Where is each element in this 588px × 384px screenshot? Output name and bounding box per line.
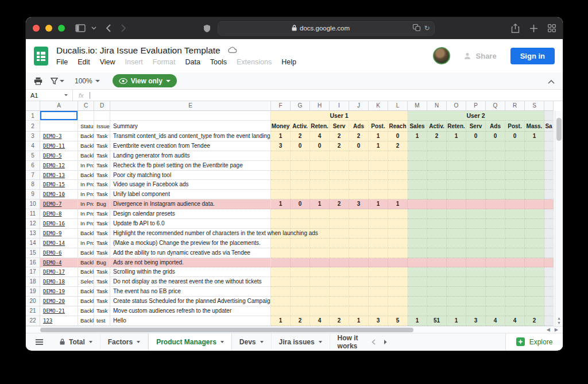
filter-icon[interactable] [51,78,64,85]
type-cell[interactable]: Bug [94,199,110,209]
reload-icon[interactable]: ↻ [424,24,430,32]
group-header-user1[interactable]: User 1 [271,111,408,121]
status-cell[interactable]: Backlog [78,248,94,258]
status-cell[interactable]: Backlog [78,132,94,141]
score-cell[interactable]: 1 [525,132,544,141]
type-cell[interactable]: Task [94,267,110,277]
score-cell[interactable]: 1 [408,132,427,141]
row-header-12[interactable]: 12 [26,219,40,229]
score-cell[interactable] [271,297,291,306]
column-header-M[interactable]: M [408,101,427,111]
field-u2-activ[interactable]: Activ. [427,121,447,132]
score-cell[interactable]: 1 [271,316,291,326]
score-cell[interactable] [310,219,330,229]
score-cell[interactable] [271,239,291,248]
score-cell[interactable] [330,297,349,306]
score-cell[interactable] [369,258,388,268]
column-header-R[interactable]: R [505,101,525,111]
score-cell[interactable]: 0 [310,141,330,151]
score-cell[interactable] [330,151,349,161]
scroll-left-icon[interactable]: ◀ [547,327,550,332]
score-cell[interactable] [486,161,505,171]
score-cell[interactable] [525,219,544,229]
field-status[interactable]: Status [78,121,94,132]
score-cell[interactable] [525,306,544,316]
score-cell[interactable] [525,239,544,248]
score-cell[interactable] [447,306,466,316]
zoom-select[interactable]: 100% [75,77,100,85]
score-cell[interactable] [271,209,291,219]
score-cell[interactable] [525,267,544,277]
summary-cell[interactable]: Create status Scheduled for the planned … [110,297,271,306]
score-cell[interactable] [349,297,369,306]
score-cell[interactable] [408,180,427,190]
scroll-up-icon[interactable]: ▲ [557,316,561,320]
score-cell[interactable] [330,267,349,277]
score-cell[interactable] [330,190,349,199]
score-cell[interactable] [525,180,544,190]
score-cell[interactable]: 3 [349,199,369,209]
score-cell[interactable] [291,287,310,297]
score-cell[interactable] [427,219,447,229]
summary-cell[interactable]: Divergence in Instagram audience data. [110,199,271,209]
score-cell[interactable] [408,199,427,209]
summary-cell[interactable]: Add the ability to run dynamic creative … [110,248,271,258]
score-cell[interactable] [388,239,408,248]
status-cell[interactable]: Backlog [78,258,94,268]
score-cell[interactable] [505,239,525,248]
status-cell[interactable]: Backlog [78,306,94,316]
score-cell[interactable] [291,306,310,316]
score-cell[interactable] [271,277,291,287]
issue-link[interactable]: DEMO-10 [40,190,78,199]
issue-link[interactable]: DEMO-5 [40,151,78,161]
score-cell[interactable] [486,151,505,161]
score-cell[interactable] [388,171,408,181]
score-cell[interactable] [369,239,388,248]
score-cell[interactable] [486,239,505,248]
score-cell[interactable] [544,306,554,316]
menu-data[interactable]: Data [185,58,200,66]
score-cell[interactable]: 4 [310,316,330,326]
score-cell[interactable] [408,151,427,161]
issue-link[interactable]: DEMO-21 [40,306,78,316]
score-cell[interactable] [330,239,349,248]
status-cell[interactable]: In Prog [78,180,94,190]
score-cell[interactable] [310,180,330,190]
score-cell[interactable] [525,248,544,258]
score-cell[interactable] [271,258,291,268]
score-cell[interactable] [291,297,310,306]
score-cell[interactable] [505,297,525,306]
issue-link[interactable]: DEMO-7 [40,199,78,209]
score-cell[interactable] [388,248,408,258]
score-cell[interactable] [447,287,466,297]
explore-button[interactable]: Explore [505,333,563,350]
field-u2-serv[interactable]: Serv [466,121,486,132]
field-partial[interactable]: Sa [544,121,554,132]
score-cell[interactable] [544,180,554,190]
scroll-right-icon[interactable]: ▶ [555,327,558,332]
column-header-D[interactable]: D [94,101,110,111]
share-button[interactable]: Share [458,48,502,64]
score-cell[interactable] [291,171,310,181]
score-cell[interactable] [525,199,544,209]
score-cell[interactable] [486,209,505,219]
score-cell[interactable] [505,287,525,297]
score-cell[interactable] [310,151,330,161]
score-cell[interactable] [486,267,505,277]
score-cell[interactable] [310,209,330,219]
score-cell[interactable] [466,239,486,248]
score-cell[interactable] [291,277,310,287]
score-cell[interactable]: 4 [310,132,330,141]
score-cell[interactable] [408,219,427,229]
score-cell[interactable] [330,219,349,229]
type-cell[interactable]: Task [94,141,110,151]
score-cell[interactable] [486,297,505,306]
score-cell[interactable] [447,239,466,248]
score-cell[interactable]: 0 [466,132,486,141]
issue-link[interactable]: DEMO-20 [40,297,78,306]
type-cell[interactable]: Bug [94,258,110,268]
issue-link[interactable]: DEMO-17 [40,267,78,277]
issue-link[interactable]: DEMO-14 [40,239,78,248]
avatar[interactable] [433,47,450,64]
sidebar-icon[interactable] [75,24,86,32]
